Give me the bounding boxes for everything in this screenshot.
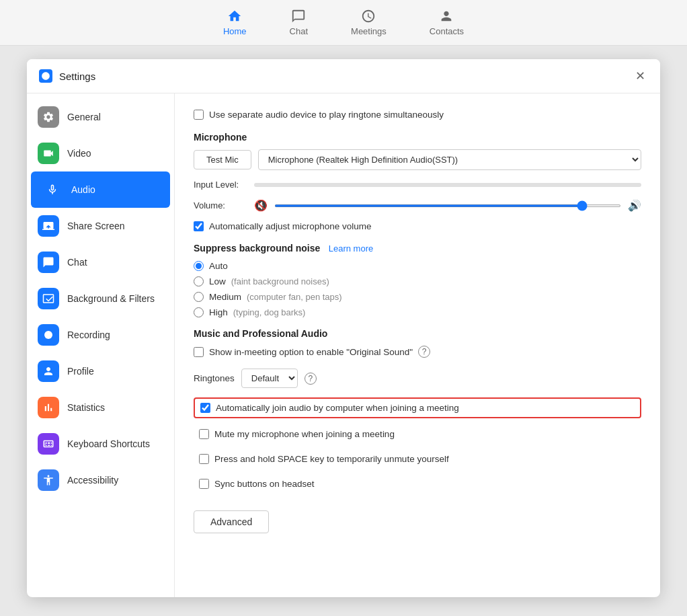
settings-window: Settings ✕ General Video — [27, 59, 660, 597]
input-level-row: Input Level: — [194, 180, 641, 190]
sidebar-item-general[interactable]: General — [27, 99, 174, 135]
audio-icon — [42, 179, 63, 200]
auto-join-label: Automatically join audio by computer whe… — [216, 403, 459, 413]
noise-auto-label: Auto — [209, 261, 228, 271]
sidebar-chat-label: Chat — [67, 257, 87, 268]
separate-audio-checkbox[interactable] — [194, 110, 204, 120]
volume-low-icon: 🔇 — [254, 199, 268, 212]
keyboard-icon — [38, 433, 59, 455]
sidebar-share-label: Share Screen — [67, 221, 125, 231]
noise-low-row: Low (faint background noises) — [194, 276, 641, 286]
suppress-noise-header: Suppress background noise Learn more — [194, 242, 641, 254]
original-sound-checkbox[interactable] — [194, 347, 204, 357]
sidebar-accessibility-label: Accessibility — [67, 475, 118, 486]
noise-low-label: Low — [209, 276, 226, 286]
noise-high-radio[interactable] — [194, 307, 204, 317]
original-sound-label: Show in-meeting option to enable "Origin… — [209, 347, 413, 357]
ringtones-label: Ringtones — [194, 373, 235, 383]
video-icon — [38, 143, 59, 164]
sidebar-item-background[interactable]: Background & Filters — [27, 280, 174, 317]
noise-auto-row: Auto — [194, 261, 641, 271]
noise-medium-label: Medium — [209, 292, 241, 302]
separate-audio-label: Use separate audio device to play ringto… — [209, 110, 444, 120]
auto-adjust-row: Automatically adjust microphone volume — [194, 221, 641, 231]
volume-label: Volume: — [194, 200, 247, 210]
advanced-button[interactable]: Advanced — [194, 510, 269, 533]
nav-meetings[interactable]: Meetings — [343, 5, 395, 40]
accessibility-icon — [38, 469, 59, 491]
main-area: Settings ✕ General Video — [0, 46, 687, 611]
sidebar-stats-label: Statistics — [67, 402, 105, 413]
mute-mic-checkbox[interactable] — [199, 429, 209, 439]
sidebar-recording-label: Recording — [67, 330, 110, 340]
original-sound-row: Show in-meeting option to enable "Origin… — [194, 346, 641, 358]
sidebar-item-video[interactable]: Video — [27, 135, 174, 171]
press-hold-checkbox[interactable] — [199, 454, 209, 464]
input-level-bar — [254, 183, 641, 187]
general-icon — [38, 106, 59, 128]
noise-low-radio[interactable] — [194, 276, 204, 286]
sidebar-item-accessibility[interactable]: Accessibility — [27, 462, 174, 498]
ringtones-select[interactable]: Default — [241, 369, 298, 388]
nav-chat[interactable]: Chat — [282, 5, 316, 40]
sidebar-item-chat[interactable]: Chat — [27, 244, 174, 280]
noise-auto-radio[interactable] — [194, 261, 204, 271]
noise-high-desc: (typing, dog barks) — [233, 307, 306, 317]
sidebar-item-recording[interactable]: Recording — [27, 317, 174, 353]
sidebar-item-statistics[interactable]: Statistics — [27, 389, 174, 426]
sidebar-audio-label: Audio — [71, 184, 95, 195]
sidebar-profile-label: Profile — [67, 366, 94, 377]
sync-buttons-checkbox[interactable] — [199, 479, 209, 489]
sidebar: General Video Audio — [27, 93, 175, 597]
nav-home[interactable]: Home — [215, 5, 255, 40]
top-nav: Home Chat Meetings Contacts — [0, 0, 687, 46]
volume-row: Volume: 🔇 🔊 — [194, 199, 641, 212]
separate-audio-row: Use separate audio device to play ringto… — [194, 110, 641, 120]
press-hold-row: Press and hold SPACE key to temporarily … — [194, 450, 641, 468]
sidebar-item-audio[interactable]: Audio — [31, 171, 170, 208]
mute-mic-label: Mute my microphone when joining a meetin… — [214, 429, 395, 439]
profile-icon — [38, 360, 59, 382]
share-screen-icon — [38, 215, 59, 237]
noise-low-desc: (faint background noises) — [231, 276, 329, 286]
ringtones-row: Ringtones Default ? — [194, 369, 641, 388]
statistics-icon — [38, 397, 59, 418]
nav-contacts-label: Contacts — [430, 26, 464, 36]
content-area: Use separate audio device to play ringto… — [175, 93, 660, 597]
nav-chat-label: Chat — [290, 26, 308, 36]
sidebar-video-label: Video — [67, 148, 91, 159]
mute-mic-row: Mute my microphone when joining a meetin… — [194, 425, 641, 443]
microphone-select[interactable]: Microphone (Realtek High Definition Audi… — [258, 149, 641, 170]
auto-join-checkbox[interactable] — [200, 403, 210, 413]
suppress-noise-label: Suppress background noise — [194, 243, 320, 254]
sidebar-keyboard-label: Keyboard Shortcuts — [67, 438, 150, 449]
noise-medium-radio[interactable] — [194, 292, 204, 302]
noise-high-label: High — [209, 307, 228, 317]
microphone-section-label: Microphone — [194, 132, 641, 143]
input-level-label: Input Level: — [194, 180, 247, 190]
ringtones-help-icon[interactable]: ? — [305, 373, 317, 385]
noise-medium-row: Medium (computer fan, pen taps) — [194, 292, 641, 302]
settings-app-icon — [39, 69, 52, 83]
nav-meetings-label: Meetings — [351, 26, 387, 36]
original-sound-help-icon[interactable]: ? — [418, 346, 430, 358]
sidebar-item-keyboard[interactable]: Keyboard Shortcuts — [27, 426, 174, 462]
volume-high-icon: 🔊 — [628, 199, 641, 212]
close-button[interactable]: ✕ — [633, 67, 648, 85]
noise-medium-desc: (computer fan, pen taps) — [247, 292, 342, 302]
sidebar-item-profile[interactable]: Profile — [27, 353, 174, 389]
settings-title: Settings — [59, 71, 633, 82]
music-section-label: Music and Professional Audio — [194, 328, 641, 339]
nav-contacts[interactable]: Contacts — [421, 5, 472, 40]
volume-slider[interactable] — [274, 204, 621, 207]
settings-titlebar: Settings ✕ — [27, 59, 660, 93]
sidebar-item-share-screen[interactable]: Share Screen — [27, 208, 174, 244]
noise-high-row: High (typing, dog barks) — [194, 307, 641, 317]
auto-adjust-checkbox[interactable] — [194, 221, 204, 231]
microphone-row: Test Mic Microphone (Realtek High Defini… — [194, 149, 641, 170]
nav-home-label: Home — [223, 26, 247, 36]
test-mic-button[interactable]: Test Mic — [194, 150, 251, 169]
recording-icon — [38, 324, 59, 346]
learn-more-link[interactable]: Learn more — [329, 243, 373, 254]
sync-buttons-row: Sync buttons on headset — [194, 475, 641, 493]
